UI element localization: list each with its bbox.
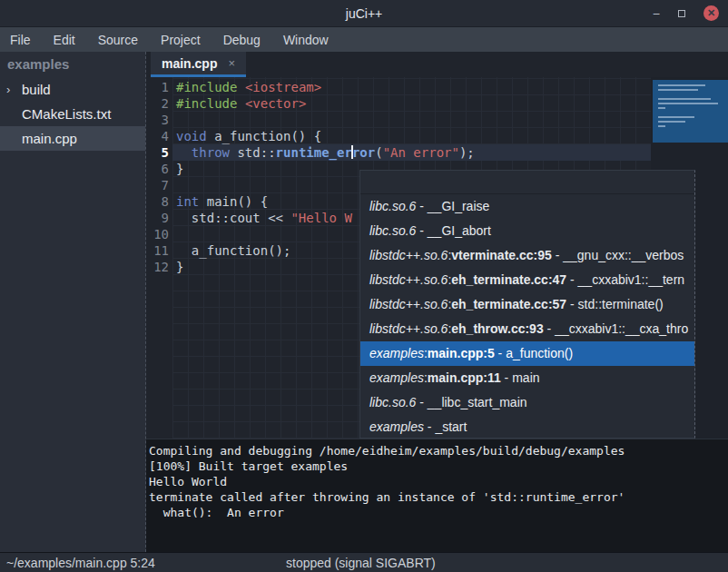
statusbar: ~/examples/main.cpp 5:24 stopped (signal… [0,552,728,572]
frame-module: libc.so.6 [369,395,416,409]
titlebar: juCi++ − ✕ [0,0,728,27]
line-number: 8 [146,193,172,210]
code-token: "An error" [383,145,459,160]
stack-frame-row[interactable]: libstdc++.so.6:eh_throw.cc:93 - __cxxabi… [360,317,694,341]
stack-frame-row[interactable]: libc.so.6 - __GI_raise [360,194,694,219]
code-token [176,145,192,160]
frame-location: eh_terminate.cc:47 [451,272,566,287]
minimap-view-rect[interactable] [653,80,728,143]
minimap-code-line [658,89,698,91]
terminal-line: terminate called after throwing an insta… [149,489,728,505]
terminal-line: Compiling and debugging /home/eidheim/ex… [149,443,728,459]
menu-file[interactable]: File [10,33,31,47]
main-panel: main.cpp × 123456789101112 #include <ios… [146,52,728,552]
line-number: 9 [146,210,172,226]
sidebar-item-build[interactable]: ›build [0,77,145,102]
chevron-right-icon[interactable]: › [6,83,10,96]
frame-location: eh_terminate.cc:57 [451,297,566,311]
line-number-gutter: 123456789101112 [146,77,172,439]
frame-location: main.cpp:11 [428,370,501,385]
frame-symbol: __GI_raise [428,199,489,213]
code-token: ror [352,145,375,160]
code-token: } [176,162,183,176]
stack-frame-row[interactable]: examples:main.cpp:11 - main [360,366,694,390]
line-number: 4 [146,128,172,144]
frame-location: eh_throw.cc:93 [451,321,543,336]
frame-location: vterminate.cc:95 [451,248,552,262]
frame-symbol: main [512,370,539,385]
code-line[interactable]: throw std::runtime_error("An error"); [172,144,651,161]
tab-main-cpp[interactable]: main.cpp × [151,52,246,77]
minimap-code-line [658,84,705,86]
sidebar-item-label: CMakeLists.txt [22,106,111,122]
sidebar-item-main-cpp[interactable]: main.cpp [0,126,145,151]
menu-project[interactable]: Project [161,33,201,47]
code-token: a_function() { [207,129,321,143]
frame-separator: - [566,297,577,311]
code-line[interactable]: void a_function() { [172,128,651,144]
line-number: 2 [146,95,172,112]
code-token: #include [176,80,237,94]
menu-edit[interactable]: Edit [54,33,75,47]
code-token [237,96,244,111]
frame-separator: - [495,346,506,360]
file-tree-panel: examples ›buildCMakeLists.txtmain.cpp [0,52,146,552]
frame-module: libstdc++.so.6 [369,248,448,262]
close-icon[interactable]: ✕ [703,5,719,21]
stack-frame-row[interactable]: examples:main.cpp:5 - a_function() [360,341,694,366]
line-number: 3 [146,112,172,128]
frame-separator: - [501,370,512,385]
sidebar-item-label: main.cpp [22,131,77,146]
status-file-path: ~/examples/main.cpp 5:24 [0,556,155,570]
stack-frame-row[interactable]: libc.so.6 - __GI_abort [360,219,694,243]
tabbar: main.cpp × [146,52,728,77]
menu-debug[interactable]: Debug [223,33,261,47]
terminal-line: Hello World [149,474,728,489]
code-token: } [176,260,183,274]
frame-symbol: __cxxabiv1::__cxa_thro [555,321,688,336]
frame-separator: - [416,395,427,409]
frame-separator: - [566,272,577,287]
code-line[interactable] [172,112,651,128]
menu-window[interactable]: Window [283,33,329,47]
sidebar-item-cmakelists-txt[interactable]: CMakeLists.txt [0,102,145,126]
code-token: <vector> [245,96,306,111]
minimize-icon[interactable]: − [653,9,660,18]
code-token: void [176,129,207,143]
editor: 123456789101112 #include <iostream>#incl… [146,77,728,439]
menubar: FileEditSourceProjectDebugWindow [0,27,728,52]
window-controls: − ✕ [653,5,719,21]
code-line[interactable]: #include <iostream> [172,79,651,95]
tab-close-icon[interactable]: × [228,57,235,69]
stack-popup-header [360,171,694,194]
frame-symbol: __gnu_cxx::__verbos [563,248,684,262]
code-token: ( [375,145,382,160]
restore-icon[interactable] [678,10,685,17]
app-window: juCi++ − ✕ FileEditSourceProjectDebugWin… [0,0,728,572]
stack-frame-row[interactable]: examples - _start [360,415,694,439]
stack-trace-list: libc.so.6 - __GI_raiselibc.so.6 - __GI_a… [360,194,694,439]
code-token [237,80,244,94]
terminal-output[interactable]: Compiling and debugging /home/eidheim/ex… [146,439,728,552]
frame-symbol: __cxxabiv1::__tern [578,272,685,287]
code-token: "Hello W [290,211,351,225]
frame-module: libc.so.6 [369,199,416,213]
code-token: throw [192,145,230,160]
status-debug-state: stopped (signal SIGABRT) [286,556,436,570]
stack-frame-row[interactable]: libstdc++.so.6:eh_terminate.cc:47 - __cx… [360,268,694,292]
minimap-code-line [658,103,718,104]
stack-frame-row[interactable]: libstdc++.so.6:eh_terminate.cc:57 - std:… [360,292,694,317]
menu-source[interactable]: Source [98,33,138,47]
minimap-code-line [658,98,711,100]
stack-frame-row[interactable]: libc.so.6 - __libc_start_main [360,390,694,415]
stack-frame-row[interactable]: libstdc++.so.6:vterminate.cc:95 - __gnu_… [360,243,694,268]
code-token: main() { [199,194,268,209]
line-number: 7 [146,177,172,193]
code-token: runtime_er [276,145,352,160]
code-line[interactable]: #include <vector> [172,95,651,112]
code-token: std:: [230,145,276,160]
code-token: int [176,194,199,209]
code-token: a_function(); [176,243,290,258]
frame-module: examples [369,346,424,360]
window-title: juCi++ [346,6,382,21]
